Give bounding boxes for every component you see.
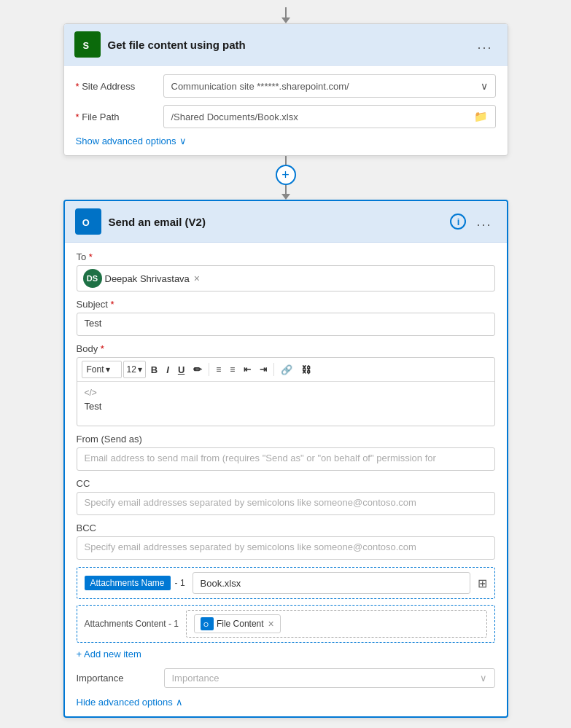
get-file-content-card: S Get file content using path ... * Site… bbox=[63, 23, 508, 156]
body-editor[interactable]: Font ▾ 12 ▾ B I U ✏ ≡ ≡ bbox=[77, 357, 495, 426]
size-chevron-icon: ▾ bbox=[138, 364, 142, 375]
svg-text:S: S bbox=[82, 40, 89, 51]
file-path-label: * File Path bbox=[76, 111, 156, 122]
bold-button[interactable]: B bbox=[147, 361, 161, 378]
chevron-down-icon: ∨ bbox=[179, 136, 187, 146]
attachments-content-field[interactable]: O File Content × bbox=[186, 610, 487, 638]
importance-placeholder: Importance bbox=[172, 673, 220, 684]
unlink-button[interactable]: ⛓ bbox=[298, 361, 314, 378]
recipient-name: Deepak Shrivastava bbox=[105, 273, 190, 284]
file-picker-icon: 📁 bbox=[474, 110, 488, 123]
file-path-value: /Shared Documents/Book.xlsx bbox=[171, 111, 298, 122]
cc-label: CC bbox=[77, 478, 495, 489]
step1-body: * Site Address Communication site ******… bbox=[64, 66, 508, 155]
bcc-field-section: BCC Specify email addresses separated by… bbox=[77, 522, 495, 560]
file-path-input[interactable]: /Shared Documents/Book.xlsx 📁 bbox=[163, 105, 496, 128]
paint-button[interactable]: ✏ bbox=[190, 361, 206, 378]
to-field[interactable]: DS Deepak Shrivastava × bbox=[77, 265, 495, 291]
attachments-content-row: Attachments Content - 1 O File Content × bbox=[77, 605, 495, 643]
subject-label: Subject * bbox=[77, 299, 495, 310]
editor-content-area[interactable]: </> Test bbox=[77, 382, 494, 426]
show-advanced-row: Show advanced options ∨ bbox=[76, 136, 496, 146]
font-size-selector[interactable]: 12 ▾ bbox=[123, 361, 146, 378]
chevron-up-icon: ∧ bbox=[176, 697, 183, 708]
bcc-label: BCC bbox=[77, 522, 495, 533]
importance-row: Importance Importance ∨ bbox=[77, 668, 495, 688]
font-selector[interactable]: Font ▾ bbox=[82, 361, 122, 378]
add-new-item-button[interactable]: + Add new item bbox=[77, 649, 141, 659]
file-content-label: File Content bbox=[217, 619, 264, 629]
attachments-name-number: - 1 bbox=[175, 578, 185, 588]
step2-more-button[interactable]: ... bbox=[472, 213, 496, 231]
bcc-input[interactable]: Specify email addresses separated by sem… bbox=[77, 536, 495, 560]
from-input[interactable]: Email address to send mail from (require… bbox=[77, 447, 495, 471]
hide-advanced-button[interactable]: Hide advanced options ∧ bbox=[77, 697, 183, 708]
indent-button[interactable]: ⇥ bbox=[256, 361, 271, 378]
attachments-name-row: Attachments Name - 1 ⊞ bbox=[77, 567, 495, 599]
remove-file-tag-button[interactable]: × bbox=[268, 618, 274, 630]
unordered-list-button[interactable]: ≡ bbox=[212, 361, 225, 378]
importance-dropdown[interactable]: Importance ∨ bbox=[164, 668, 495, 688]
site-address-row: * Site Address Communication site ******… bbox=[76, 74, 496, 98]
step2-header: O Send an email (V2) i ... bbox=[65, 201, 507, 243]
step1-title: Get file content using path bbox=[108, 39, 466, 51]
attachments-copy-button[interactable]: ⊞ bbox=[478, 576, 487, 590]
importance-label: Importance bbox=[77, 673, 157, 684]
add-step-connector: + bbox=[276, 156, 296, 200]
ordered-list-button[interactable]: ≡ bbox=[226, 361, 238, 378]
svg-text:O: O bbox=[203, 621, 209, 628]
editor-code-tag: </> bbox=[85, 388, 487, 398]
bcc-placeholder: Specify email addresses separated by sem… bbox=[85, 541, 416, 552]
outlook-icon: O bbox=[75, 208, 101, 235]
copy-icon: ⊞ bbox=[478, 577, 487, 590]
attachments-content-label: Attachments Content - 1 bbox=[85, 619, 179, 629]
file-path-row: * File Path /Shared Documents/Book.xlsx … bbox=[76, 105, 496, 128]
recipient-avatar: DS bbox=[83, 269, 102, 288]
attachments-name-label-section: Attachments Name - 1 bbox=[85, 576, 185, 590]
body-section: Body * Font ▾ 12 ▾ B I bbox=[77, 343, 495, 426]
link-button[interactable]: 🔗 bbox=[277, 361, 296, 378]
info-button[interactable]: i bbox=[450, 214, 466, 230]
file-tag-icon: O bbox=[201, 617, 214, 630]
step1-header: S Get file content using path ... bbox=[64, 24, 508, 66]
send-email-card: O Send an email (V2) i ... To * bbox=[63, 200, 508, 718]
cc-placeholder: Specify email addresses separated by sem… bbox=[85, 497, 416, 508]
remove-recipient-button[interactable]: × bbox=[194, 273, 200, 284]
site-address-input[interactable]: Communication site ******.sharepoint.com… bbox=[163, 74, 496, 98]
cc-input[interactable]: Specify email addresses separated by sem… bbox=[77, 492, 495, 515]
subject-section: Subject * Test bbox=[77, 299, 495, 336]
file-content-tag: O File Content × bbox=[194, 614, 281, 633]
body-label: Body * bbox=[77, 343, 495, 354]
site-address-dropdown-icon: ∨ bbox=[481, 80, 488, 92]
font-chevron-icon: ▾ bbox=[106, 364, 110, 375]
toolbar-divider-2 bbox=[273, 363, 274, 376]
italic-button[interactable]: I bbox=[163, 361, 173, 378]
attachments-name-input[interactable] bbox=[193, 572, 470, 594]
underline-button[interactable]: U bbox=[174, 361, 188, 378]
to-label: To * bbox=[77, 251, 495, 262]
from-placeholder: Email address to send mail from (require… bbox=[85, 453, 436, 463]
site-address-value: Communication site ******.sharepoint.com… bbox=[171, 81, 349, 92]
file-path-label-text: File Path bbox=[82, 111, 119, 122]
cc-field-section: CC Specify email addresses separated by … bbox=[77, 478, 495, 515]
outdent-button[interactable]: ⇤ bbox=[240, 361, 255, 378]
recipient-tag: DS Deepak Shrivastava × bbox=[83, 269, 201, 288]
step2-actions: i ... bbox=[450, 213, 496, 231]
toolbar-divider-1 bbox=[209, 363, 209, 376]
email-card-body: To * DS Deepak Shrivastava × Subjec bbox=[65, 243, 507, 716]
subject-input[interactable]: Test bbox=[77, 313, 495, 336]
attachments-name-tag: Attachments Name bbox=[85, 576, 171, 590]
svg-text:O: O bbox=[82, 217, 89, 228]
to-section: To * DS Deepak Shrivastava × bbox=[77, 251, 495, 291]
show-advanced-button[interactable]: Show advanced options ∨ bbox=[76, 136, 187, 146]
step1-more-button[interactable]: ... bbox=[473, 36, 497, 54]
editor-text: Test bbox=[85, 401, 487, 412]
importance-chevron-icon: ∨ bbox=[480, 673, 487, 684]
add-step-button[interactable]: + bbox=[276, 165, 296, 185]
step2-title: Send an email (V2) bbox=[109, 216, 443, 228]
from-label: From (Send as) bbox=[77, 434, 495, 445]
step1-actions: ... bbox=[473, 36, 497, 54]
site-address-label-text: Site Address bbox=[82, 81, 135, 92]
from-field-section: From (Send as) Email address to send mai… bbox=[77, 434, 495, 471]
sharepoint-icon: S bbox=[74, 31, 101, 58]
